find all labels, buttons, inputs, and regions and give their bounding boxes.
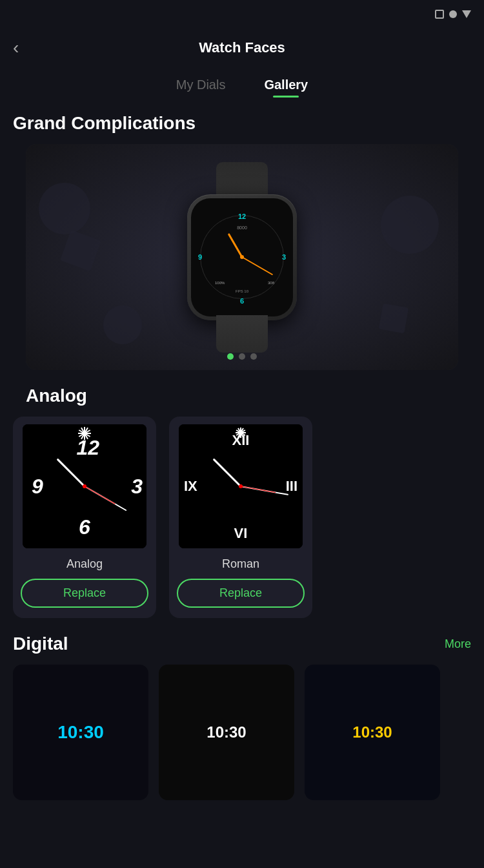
analog-grid: 12 9 3 6 Analog Replace — [13, 417, 471, 618]
watch-batt-num: 308 — [268, 281, 274, 285]
grand-complications-carousel[interactable]: 12 3 6 9 8000 100% 308 FPS 10 — [26, 144, 458, 370]
watch-band-bottom — [216, 315, 268, 353]
carousel-pagination — [227, 353, 257, 360]
status-bar — [0, 0, 484, 28]
volume-icon — [462, 10, 471, 18]
tab-gallery[interactable]: Gallery — [264, 78, 308, 98]
header: ‹ Watch Faces — [0, 28, 484, 67]
digital-section: Digital More 10:30 10:30 10:30 — [0, 618, 484, 800]
analog-replace-button[interactable]: Replace — [21, 579, 148, 608]
digital-grid: 10:30 10:30 10:30 — [13, 665, 471, 800]
tab-my-dials[interactable]: My Dials — [176, 78, 226, 98]
analog-section-title: Analog — [13, 370, 471, 417]
analog-face-preview: 12 9 3 6 — [23, 424, 146, 548]
clock-num-9: 9 — [198, 253, 202, 261]
tab-bar: My Dials Gallery — [0, 67, 484, 98]
digital-card-3[interactable]: 10:30 — [305, 665, 440, 800]
watch-band-top — [216, 162, 268, 200]
clock-num-6: 6 — [240, 297, 244, 305]
digital-card-2[interactable]: 10:30 — [159, 665, 294, 800]
watch-body: 12 3 6 9 8000 100% 308 FPS 10 — [187, 194, 297, 320]
pagination-dot-1[interactable] — [227, 353, 234, 360]
analog-card-label: Analog — [66, 557, 103, 571]
page-title: Watch Faces — [199, 39, 285, 56]
roman-num-6: VI — [234, 525, 248, 542]
signal-icon — [449, 10, 457, 18]
digital-face-3: 10:30 — [305, 665, 440, 800]
watch-fps: FPS 10 — [236, 289, 248, 293]
roman-clock-display: XII III VI IX — [179, 424, 303, 548]
pagination-dot-2[interactable] — [239, 353, 245, 360]
watch-card-analog: 12 9 3 6 Analog Replace — [13, 417, 156, 618]
digital-card-1[interactable]: 10:30 — [13, 665, 148, 800]
clock-num-12: 12 — [238, 212, 246, 220]
watch-card-roman: XII III VI IX Roman Replace — [169, 417, 312, 618]
watch-batt-info: 100% — [215, 281, 225, 285]
grand-complications-title: Grand Complications — [0, 98, 484, 144]
watch-preview: 12 3 6 9 8000 100% 308 FPS 10 — [187, 194, 297, 320]
digital-more-link[interactable]: More — [445, 637, 471, 651]
roman-face-preview: XII III VI IX — [179, 424, 303, 548]
analog-num-9: 9 — [32, 475, 43, 499]
roman-num-12: XII — [232, 432, 250, 449]
center-dot — [240, 255, 244, 259]
analog-num-6: 6 — [79, 515, 90, 539]
analog-section: Analog — [0, 370, 484, 618]
back-button[interactable]: ‹ — [13, 36, 24, 59]
clock-num-3: 3 — [282, 253, 286, 261]
digital-section-header: Digital More — [13, 634, 471, 654]
clock-face: 12 3 6 9 8000 100% 308 FPS 10 — [197, 207, 287, 307]
digital-face-2: 10:30 — [159, 665, 294, 800]
digital-section-title: Digital — [13, 634, 68, 654]
watch-screen: 12 3 6 9 8000 100% 308 FPS 10 — [191, 198, 293, 316]
analog-num-12: 12 — [77, 436, 100, 460]
main-content: Grand Complications 12 — [0, 98, 484, 813]
digital-face-1: 10:30 — [13, 665, 148, 800]
roman-replace-button[interactable]: Replace — [177, 579, 305, 608]
battery-icon — [435, 10, 444, 19]
roman-card-label: Roman — [222, 557, 259, 571]
analog-num-3: 3 — [131, 475, 143, 499]
roman-num-3: III — [286, 478, 297, 495]
roman-num-9: IX — [184, 478, 197, 495]
pagination-dot-3[interactable] — [250, 353, 257, 360]
analog-clock-display: 12 9 3 6 — [23, 424, 146, 548]
watch-steps-info: 8000 — [237, 225, 247, 230]
